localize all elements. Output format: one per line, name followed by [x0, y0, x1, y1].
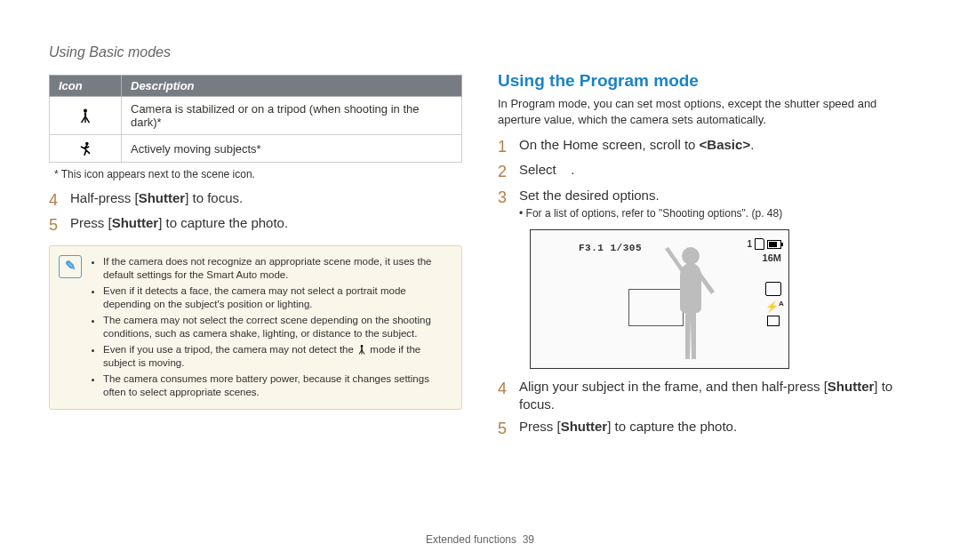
step-5: 5 Press [Shutter] to capture the photo.	[49, 214, 462, 236]
step-text: Align your subject in the frame, and the…	[519, 378, 911, 414]
step-text: Half-press [Shutter] to focus.	[70, 189, 243, 211]
step-number: 5	[498, 418, 510, 439]
note-icon: ✎	[59, 255, 82, 278]
camera-display-figure: F3.1 1/305 1 16M ⚡A	[530, 229, 789, 369]
note-list: If the camera does not recognize an appr…	[91, 253, 452, 402]
step-subbullet: For a list of options, refer to "Shootin…	[519, 206, 782, 220]
table-footnote: * This icon appears next to the scene ic…	[54, 168, 460, 180]
running-person-icon	[77, 140, 93, 156]
single-shot-icon	[767, 316, 780, 326]
right-steps-continued: 4 Align your subject in the frame, and t…	[498, 378, 911, 439]
footer-section: Extended functions	[426, 533, 516, 546]
step-5: 5 Press [Shutter] to capture the photo.	[498, 418, 911, 439]
step-1: 1 On the Home screen, scroll to <Basic>.	[498, 136, 911, 157]
note-item: If the camera does not recognize an appr…	[103, 255, 452, 283]
step-text: On the Home screen, scroll to <Basic>.	[519, 136, 754, 157]
svg-rect-1	[84, 112, 86, 116]
sd-card-icon	[755, 238, 764, 250]
left-steps: 4 Half-press [Shutter] to focus. 5 Press…	[49, 189, 462, 236]
svg-point-6	[361, 345, 364, 348]
section-intro: In Program mode, you can set most option…	[498, 96, 911, 127]
left-column: Icon Description Camera is stabilized or…	[49, 71, 462, 443]
svg-point-0	[84, 109, 87, 113]
step-number: 1	[498, 136, 510, 157]
step-4: 4 Half-press [Shutter] to focus.	[49, 189, 462, 211]
shots-remaining: 1	[747, 237, 752, 251]
step-number: 3	[498, 187, 510, 220]
step-2: 2 Select .	[498, 161, 911, 182]
battery-icon	[767, 240, 781, 249]
resolution-badge: 16M	[747, 251, 781, 266]
svg-rect-7	[361, 347, 362, 349]
step-4: 4 Align your subject in the frame, and t…	[498, 378, 911, 414]
icon-description-table: Icon Description Camera is stabilized or…	[49, 75, 462, 163]
table-row: Camera is stabilized or on a tripod (whe…	[50, 97, 462, 135]
section-heading-program-mode: Using the Program mode	[498, 71, 911, 91]
step-text: Select .	[519, 161, 575, 182]
subject-silhouette-icon	[660, 244, 722, 364]
table-header-icon: Icon	[50, 76, 122, 97]
note-item: The camera consumes more battery power, …	[103, 372, 452, 400]
table-cell-description: Camera is stabilized or on a tripod (whe…	[122, 97, 462, 135]
table-row: Actively moving subjects*	[50, 135, 462, 163]
right-steps: 1 On the Home screen, scroll to <Basic>.…	[498, 136, 911, 220]
table-header-description: Description	[122, 76, 462, 97]
right-column: Using the Program mode In Program mode, …	[498, 71, 911, 443]
note-box: ✎ If the camera does not recognize an ap…	[49, 245, 462, 410]
step-text: Press [Shutter] to capture the photo.	[70, 214, 288, 236]
page-header: Using Basic modes	[49, 44, 911, 60]
tripod-person-icon	[77, 108, 93, 124]
status-cluster: 1 16M	[747, 237, 781, 266]
flash-auto-icon: ⚡A	[765, 300, 780, 312]
step-text: Set the desired options. For a list of o…	[519, 187, 782, 220]
face-detect-icon	[765, 282, 781, 296]
table-cell-description: Actively moving subjects*	[122, 135, 462, 163]
note-item: Even if it detects a face, the camera ma…	[103, 284, 452, 312]
step-number: 5	[49, 214, 61, 236]
exposure-readout: F3.1 1/305	[579, 243, 642, 253]
step-number: 4	[49, 189, 61, 211]
step-text: Press [Shutter] to capture the photo.	[519, 418, 737, 439]
page-footer: Extended functions 39	[0, 533, 960, 546]
footer-page-number: 39	[523, 533, 534, 546]
step-number: 4	[498, 378, 510, 414]
step-number: 2	[498, 161, 510, 182]
note-item: The camera may not select the correct sc…	[103, 314, 452, 341]
svg-point-11	[682, 247, 700, 265]
note-item: Even if you use a tripod, the camera may…	[103, 343, 452, 371]
step-3: 3 Set the desired options. For a list of…	[498, 187, 911, 220]
